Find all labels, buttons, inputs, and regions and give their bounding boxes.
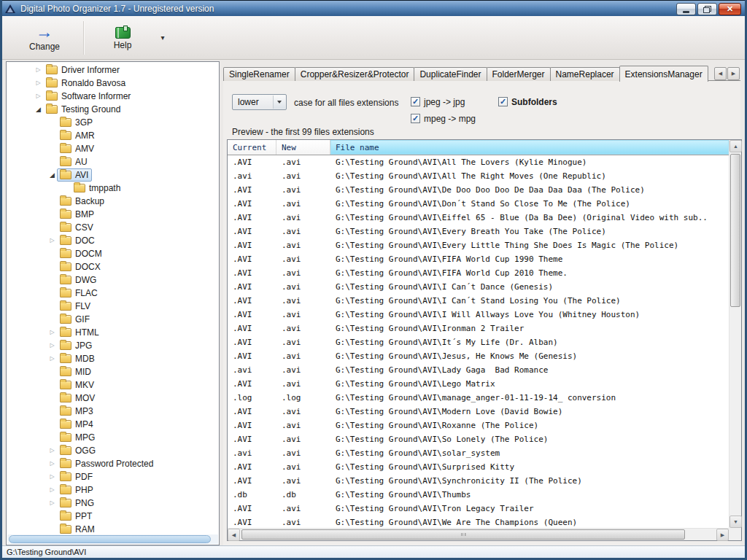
table-row[interactable]: .AVI .avi G:\Testing Ground\AVI\Every Li… xyxy=(228,238,729,252)
tree-item[interactable]: MPG xyxy=(7,431,218,444)
tree-item[interactable]: tmppath xyxy=(7,182,218,195)
tree-item-target[interactable]: DOC xyxy=(57,234,98,247)
tree-item[interactable]: ▷ HTML xyxy=(7,326,218,339)
tree-item-target[interactable]: tmppath xyxy=(71,182,124,195)
tree-item[interactable]: ▷ Driver Informer xyxy=(7,63,218,77)
tree-item[interactable]: PPT xyxy=(7,510,218,523)
tree-item[interactable]: ▷ DOC xyxy=(7,234,218,247)
tree-item[interactable]: BMP xyxy=(7,208,218,221)
table-horizontal-scrollbar[interactable]: ◀ ▶ xyxy=(228,528,729,540)
table-row[interactable]: .AVI .avi G:\Testing Ground\AVI\Eiffel 6… xyxy=(228,211,729,225)
tree-item-target[interactable]: JPG xyxy=(57,339,96,352)
tree-item[interactable]: DOCX xyxy=(7,260,218,273)
tab-cropper-resizer-protector[interactable]: Cropper&Resizer&Protector xyxy=(295,67,415,81)
tree-item[interactable]: ◢ AVI xyxy=(7,168,218,182)
tree-item[interactable]: 3GP xyxy=(7,116,218,129)
close-button[interactable]: ✕ xyxy=(719,3,741,15)
expand-arrow-icon[interactable]: ◢ xyxy=(34,103,43,116)
expand-arrow-icon[interactable]: ▷ xyxy=(47,352,57,365)
expand-arrow-icon[interactable]: ▷ xyxy=(47,339,57,352)
scroll-right-button[interactable]: ▶ xyxy=(716,529,729,541)
table-row[interactable]: .AVI .avi G:\Testing Ground\AVI\FIFA Wor… xyxy=(228,252,729,266)
tree-item-target[interactable]: PPT xyxy=(57,510,96,523)
tree-item[interactable]: ▷ JPG xyxy=(7,339,218,352)
table-row[interactable]: .AVI .avi G:\Testing Ground\AVI\FIFA Wor… xyxy=(228,266,729,280)
tree-item[interactable]: ▷ Ronaldo Bavosa xyxy=(7,77,218,90)
tree-item-target[interactable]: Testing Ground xyxy=(43,103,124,116)
table-vertical-scrollbar[interactable]: ▲ ▼ xyxy=(729,140,741,528)
expand-arrow-icon[interactable]: ▷ xyxy=(34,90,43,103)
table-row[interactable]: .AVI .avi G:\Testing Ground\AVI\All The … xyxy=(228,155,729,169)
horizontal-scrollbar-thumb[interactable] xyxy=(241,529,685,540)
tree-item[interactable]: ▷ OGG xyxy=(7,444,218,457)
table-row[interactable]: .AVI .avi G:\Testing Ground\AVI\Don´t St… xyxy=(228,197,729,211)
tree-item-target[interactable]: 3GP xyxy=(57,116,96,129)
table-row[interactable]: .AVI .avi G:\Testing Ground\AVI\I Can´t … xyxy=(228,280,729,294)
tree-item-target[interactable]: OGG xyxy=(57,444,99,457)
tree-item[interactable]: MKV xyxy=(7,378,218,392)
scroll-up-button[interactable]: ▲ xyxy=(729,140,742,152)
tab-namereplacer[interactable]: NameReplacer xyxy=(550,67,620,81)
tree-item-target[interactable]: PDF xyxy=(57,470,96,483)
tree-item[interactable]: FLAC xyxy=(7,287,218,300)
tree-item-target[interactable]: MP3 xyxy=(57,405,97,418)
tree-item-target[interactable]: DOCX xyxy=(57,260,104,273)
tree-item-target[interactable]: DWG xyxy=(57,273,100,287)
tree-item-target[interactable]: Password Protected xyxy=(57,457,157,470)
table-row[interactable]: .AVI .avi G:\Testing Ground\AVI\Modern L… xyxy=(228,405,729,419)
table-row[interactable]: .AVI .avi G:\Testing Ground\AVI\Every Br… xyxy=(228,225,729,238)
title-bar[interactable]: Digital Photo Organizer 1.7 - Unregister… xyxy=(0,0,747,16)
column-header-current[interactable]: Current xyxy=(228,140,276,155)
tree-item[interactable]: MP3 xyxy=(7,405,218,418)
tree-item[interactable]: DWG xyxy=(7,273,218,287)
tree-item[interactable]: GIF xyxy=(7,313,218,326)
tree-item[interactable]: CSV xyxy=(7,221,218,234)
tree-item[interactable]: ▷ PHP xyxy=(7,483,218,497)
column-header-filename[interactable]: File name xyxy=(330,140,729,155)
tree-item[interactable]: ▷ Password Protected xyxy=(7,457,218,470)
tree-item-target[interactable]: AU xyxy=(57,155,91,168)
tree-scrollbar-thumb[interactable] xyxy=(9,535,211,543)
tab-singlerenamer[interactable]: SingleRenamer xyxy=(223,67,295,81)
restore-button[interactable] xyxy=(697,3,717,15)
tree-item-target[interactable]: PNG xyxy=(57,497,98,510)
tree-item-target[interactable]: MPG xyxy=(57,431,98,444)
tree-item[interactable]: ▷ Software Informer xyxy=(7,90,218,103)
tab-scroll-right-button[interactable]: ▶ xyxy=(727,67,740,80)
tree-item-target[interactable]: MOV xyxy=(57,392,98,405)
table-row[interactable]: .log .log G:\Testing Ground\AVI\manage_a… xyxy=(228,391,729,405)
table-row[interactable]: .AVI .avi G:\Testing Ground\AVI\Lego Mat… xyxy=(228,377,729,391)
tree-item[interactable]: ▷ MDB xyxy=(7,352,218,365)
tree-item-target[interactable]: HTML xyxy=(57,326,103,339)
table-row[interactable]: .AVI .avi G:\Testing Ground\AVI\Roxanne … xyxy=(228,419,729,432)
table-row[interactable]: .db .db G:\Testing Ground\AVI\Thumbs xyxy=(228,488,729,502)
tree-item-target[interactable]: Driver Informer xyxy=(43,63,123,77)
tree-item[interactable]: MID xyxy=(7,365,218,378)
tree-item-target[interactable]: FLAC xyxy=(57,287,101,300)
table-row[interactable]: .AVI .avi G:\Testing Ground\AVI\De Doo D… xyxy=(228,183,729,197)
tree-item-target[interactable]: AMR xyxy=(57,129,98,142)
table-row[interactable]: .AVI .avi G:\Testing Ground\AVI\Ironman … xyxy=(228,322,729,335)
tree-item-target[interactable]: PHP xyxy=(57,483,97,497)
tree-item[interactable]: DOCM xyxy=(7,247,218,260)
tab-duplicatefinder[interactable]: DuplicateFinder xyxy=(414,67,487,81)
table-row[interactable]: .AVI .avi G:\Testing Ground\AVI\Tron Leg… xyxy=(228,502,729,516)
tree-item-target[interactable]: Ronaldo Bavosa xyxy=(43,77,129,90)
scroll-left-button[interactable]: ◀ xyxy=(228,529,240,541)
tree-item-target[interactable]: FLV xyxy=(57,300,94,313)
table-row[interactable]: .AVI .avi G:\Testing Ground\AVI\So Lonel… xyxy=(228,432,729,446)
table-row[interactable]: .AVI .avi G:\Testing Ground\AVI\I Can´t … xyxy=(228,294,729,308)
tree-item[interactable]: Backup xyxy=(7,195,218,208)
table-row[interactable]: .avi .avi G:\Testing Ground\AVI\All The … xyxy=(228,169,729,183)
change-button[interactable]: → Change xyxy=(12,18,77,58)
tab-extensionsmanager[interactable]: ExtensionsManager xyxy=(619,66,708,82)
tree-item[interactable]: AMR xyxy=(7,129,218,142)
expand-arrow-icon[interactable]: ▷ xyxy=(47,483,57,497)
tree-item[interactable]: FLV xyxy=(7,300,218,313)
help-dropdown-button[interactable]: ▾ xyxy=(155,18,171,58)
expand-arrow-icon[interactable]: ▷ xyxy=(47,444,57,457)
table-row[interactable]: .AVI .avi G:\Testing Ground\AVI\It´s My … xyxy=(228,335,729,349)
tree-item-target[interactable]: Backup xyxy=(57,195,108,208)
minimize-button[interactable] xyxy=(676,3,696,15)
tree-horizontal-scrollbar[interactable] xyxy=(7,534,218,544)
